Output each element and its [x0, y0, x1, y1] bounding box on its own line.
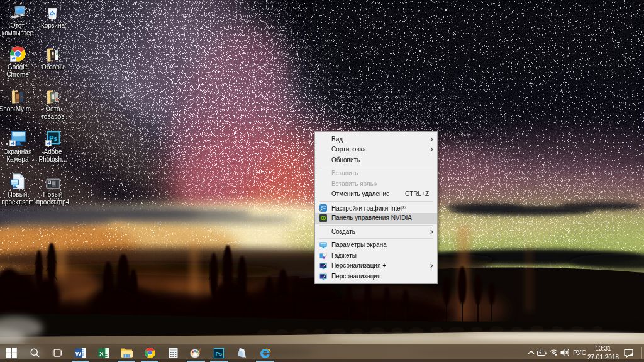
svg-text:W: W: [75, 350, 81, 357]
svg-text:Ps: Ps: [216, 350, 223, 356]
svg-text:X: X: [99, 350, 104, 357]
